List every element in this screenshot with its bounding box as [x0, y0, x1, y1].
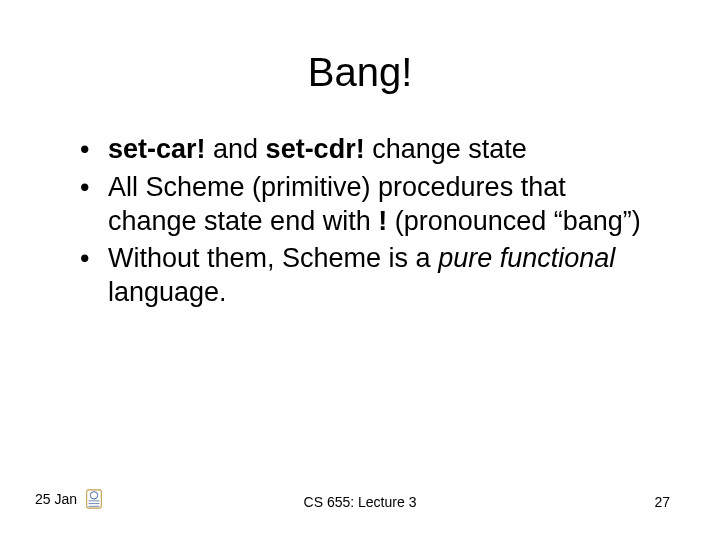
- text: (pronounced “bang”): [387, 206, 641, 236]
- list-item: set-car! and set-cdr! change state: [80, 133, 660, 167]
- text: change state: [365, 134, 527, 164]
- footer-date: 25 Jan: [35, 491, 77, 507]
- slide-title: Bang!: [60, 50, 660, 95]
- logo-icon: [83, 488, 105, 510]
- list-item: Without them, Scheme is a pure functiona…: [80, 242, 660, 310]
- bullet-list: set-car! and set-cdr! change state All S…: [60, 133, 660, 310]
- bold-text: set-cdr!: [266, 134, 365, 164]
- footer-left: 25 Jan: [35, 488, 105, 510]
- text: and: [206, 134, 266, 164]
- text: Without them, Scheme is a: [108, 243, 438, 273]
- list-item: All Scheme (primitive) procedures that c…: [80, 171, 660, 239]
- italic-text: pure functional: [438, 243, 615, 273]
- bold-text: set-car!: [108, 134, 206, 164]
- svg-point-1: [90, 492, 97, 499]
- text: language.: [108, 277, 227, 307]
- bold-text: !: [378, 206, 387, 236]
- footer-course: CS 655: Lecture 3: [304, 494, 417, 510]
- footer-page-number: 27: [654, 494, 670, 510]
